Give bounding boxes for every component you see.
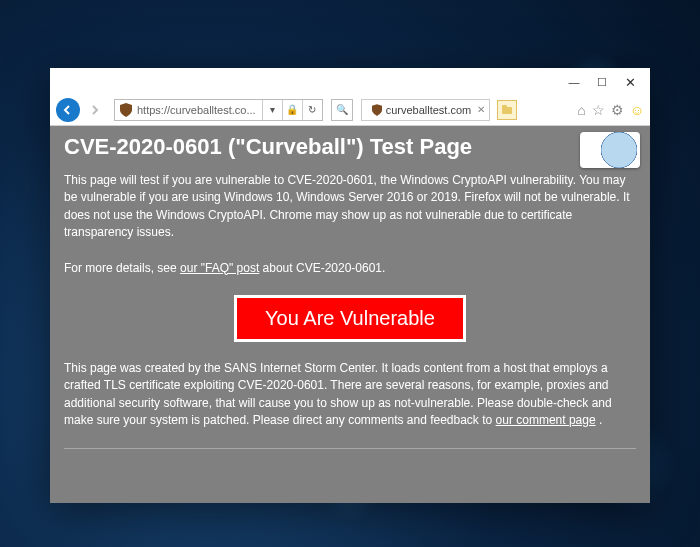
vulnerable-banner: You Are Vulnerable (234, 295, 466, 342)
arrow-left-icon (62, 104, 74, 116)
refresh-button[interactable]: ↻ (302, 100, 322, 120)
browser-toolbar: https://curveballtest.co... ▾ 🔒 ↻ 🔍 curv… (50, 96, 650, 126)
address-bar[interactable]: https://curveballtest.co... ▾ 🔒 ↻ (114, 99, 323, 121)
folder-icon (502, 105, 512, 115)
back-button[interactable] (56, 98, 80, 122)
arrow-right-icon (89, 104, 101, 116)
search-box[interactable]: 🔍 (331, 99, 353, 121)
shield-icon (120, 103, 132, 117)
forward-button[interactable] (84, 99, 106, 121)
status-banner-container: You Are Vulnerable (64, 295, 636, 342)
lock-icon[interactable]: 🔒 (282, 100, 302, 120)
maximize-button[interactable]: ☐ (588, 71, 616, 93)
search-icon: 🔍 (332, 104, 352, 115)
minimize-button[interactable]: — (560, 71, 588, 93)
credit-post-text: . (596, 413, 603, 427)
home-icon[interactable]: ⌂ (577, 102, 585, 118)
page-content: CVE-2020-0601 ("Curveball") Test Page Th… (50, 126, 650, 503)
svg-rect-1 (502, 105, 507, 109)
credit-paragraph: This page was created by the SANS Intern… (64, 360, 636, 430)
shield-icon (372, 104, 382, 116)
faq-link[interactable]: our "FAQ" post (180, 261, 259, 275)
divider (64, 448, 636, 449)
comment-page-link[interactable]: our comment page (496, 413, 596, 427)
intro-paragraph: This page will test if you are vulnerabl… (64, 172, 636, 242)
tools-icon[interactable]: ⚙ (611, 102, 624, 118)
toolbar-right-icons: ⌂ ☆ ⚙ ☺ (577, 102, 644, 118)
details-pre-text: For more details, see (64, 261, 180, 275)
url-text: https://curveballtest.co... (137, 104, 262, 116)
feedback-icon[interactable]: ☺ (630, 102, 644, 118)
isc-logo (580, 132, 640, 168)
browser-window: — ☐ ✕ https://curveballtest.co... ▾ 🔒 ↻ … (50, 68, 650, 503)
browser-tab[interactable]: curveballtest.com ✕ (361, 99, 491, 121)
details-post-text: about CVE-2020-0601. (259, 261, 385, 275)
tab-close-button[interactable]: ✕ (477, 104, 485, 115)
favorites-icon[interactable]: ☆ (592, 102, 605, 118)
window-titlebar: — ☐ ✕ (50, 68, 650, 96)
compat-dropdown[interactable]: ▾ (262, 100, 282, 120)
close-window-button[interactable]: ✕ (616, 71, 644, 93)
details-line: For more details, see our "FAQ" post abo… (64, 260, 636, 277)
tab-title: curveballtest.com (386, 104, 472, 116)
page-title: CVE-2020-0601 ("Curveball") Test Page (64, 134, 636, 160)
new-tab-button[interactable] (497, 100, 517, 120)
